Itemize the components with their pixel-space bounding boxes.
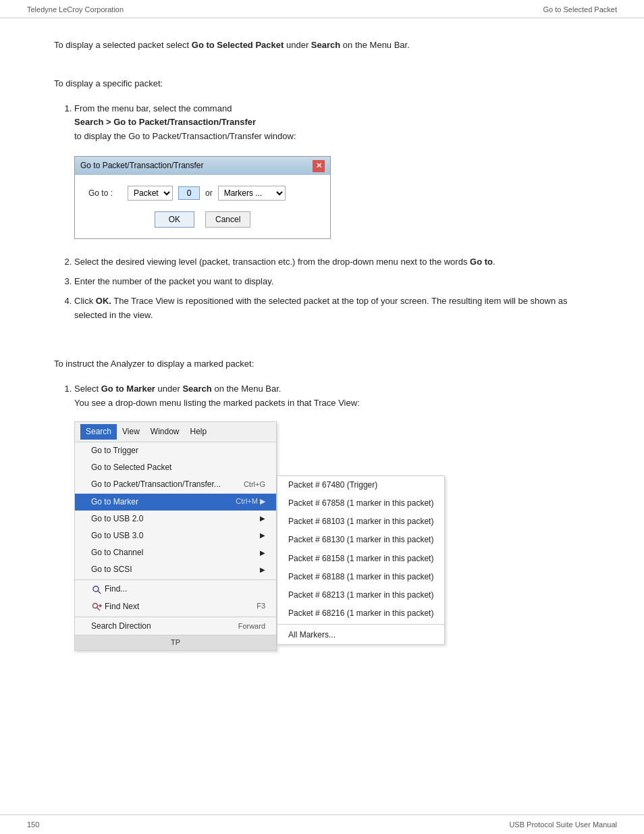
page-footer: 150 USB Protocol Suite User Manual (0, 814, 644, 834)
menu-bar: Search View Window Help (75, 422, 276, 442)
step-2: Select the desired viewing level (packet… (74, 255, 590, 269)
step2-text: Select the desired viewing level (packet… (74, 257, 470, 267)
step4-bold: OK. (96, 296, 111, 306)
dialog-buttons: OK Cancel (88, 211, 317, 228)
dialog-number-input[interactable] (178, 186, 200, 200)
menu-item-label: Go to Selected Packet (91, 461, 171, 474)
dialog-cancel-button[interactable]: Cancel (205, 211, 250, 228)
para1-bold2: Search (311, 40, 340, 50)
para1-bold1: Go to Selected Packet (192, 40, 284, 50)
dialog-box: Go to Packet/Transaction/Transfer ✕ Go t… (74, 156, 331, 239)
marker-step1-end: on the Menu Bar. (212, 384, 281, 394)
header-right: Go to Selected Packet (543, 5, 617, 14)
submenu-item-68130[interactable]: Packet # 68130 (1 marker in this packet) (277, 531, 444, 549)
para2: To display a specific packet: (54, 77, 590, 91)
menu-item-label: Go to Channel (91, 546, 143, 559)
menu-item-label: Search Direction (91, 620, 151, 633)
menu-bar-search[interactable]: Search (80, 424, 117, 440)
dialog-goto-row: Go to : Packet or Markers ... (88, 186, 317, 201)
marker-step1-start: Select (74, 384, 101, 394)
step1-text: From the menu bar, select the command (74, 103, 232, 113)
menu-item-go-to-packet-transfer[interactable]: Go to Packet/Transaction/Transfer... Ctr… (75, 476, 276, 493)
menu-item-go-to-channel[interactable]: Go to Channel ▶ (75, 544, 276, 561)
marker-step1-bold1: Go to Marker (101, 384, 155, 394)
step-3: Enter the number of the packet you want … (74, 275, 590, 289)
submenu-item-68213[interactable]: Packet # 68213 (1 marker in this packet) (277, 586, 444, 604)
step4-start: Click (74, 296, 96, 306)
submenu-item-all-markers[interactable]: All Markers... (277, 626, 444, 644)
dialog-markers-select[interactable]: Markers ... (218, 186, 286, 201)
arrow-icon: ▶ (260, 513, 265, 524)
page-content: To display a selected packet select Go t… (0, 18, 644, 705)
find-icon (91, 584, 102, 595)
step1-bold: Search > Go to Packet/Transaction/Transf… (74, 117, 256, 127)
svg-point-2 (93, 604, 98, 608)
menu-item-label: Go to Trigger (91, 444, 138, 457)
menu-item-label: Go to Marker (91, 496, 138, 509)
intro-paragraph: To display a selected packet select Go t… (54, 38, 590, 53)
arrow-icon: ▶ (260, 548, 265, 558)
page-header: Teledyne LeCroy Corporation Go to Select… (0, 0, 644, 18)
tp-bar: TP (75, 635, 276, 650)
submenu-item-68158[interactable]: Packet # 68158 (1 marker in this packet) (277, 550, 444, 568)
marker-step1-mid: under (155, 384, 182, 394)
menu-item-label: Go to SCSI (91, 563, 132, 576)
submenu-item-trigger[interactable]: Packet # 67480 (Trigger) (277, 476, 444, 494)
submenu-item-68188[interactable]: Packet # 68188 (1 marker in this packet) (277, 568, 444, 586)
dialog-close-button[interactable]: ✕ (313, 160, 325, 172)
dialog-body: Go to : Packet or Markers ... OK (75, 175, 330, 238)
dialog-title: Go to Packet/Transaction/Transfer (80, 159, 204, 172)
para1-end: on the Menu Bar. (340, 40, 410, 50)
footer-right: USB Protocol Suite User Manual (509, 820, 617, 829)
menu-item-go-to-usb2[interactable]: Go to USB 2.0 ▶ (75, 511, 276, 527)
para1-mid: under (284, 40, 311, 50)
menu-item-find-next[interactable]: Find Next F3 (75, 598, 276, 615)
steps-list: From the menu bar, select the command Se… (74, 102, 590, 323)
menu-bar-help[interactable]: Help (185, 424, 213, 440)
menu-bar-view[interactable]: View (117, 424, 145, 440)
svg-line-3 (97, 608, 100, 610)
footer-left: 150 (27, 820, 39, 829)
menu-item-label: Go to USB 3.0 (91, 529, 143, 542)
menu-item-search-direction[interactable]: Search Direction Forward (75, 617, 276, 635)
dialog-titlebar: Go to Packet/Transaction/Transfer ✕ (75, 157, 330, 175)
menu-item-go-to-selected-packet[interactable]: Go to Selected Packet (75, 459, 276, 476)
menu-item-go-to-marker[interactable]: Go to Marker Ctrl+M ▶ (75, 494, 276, 511)
submenu-item-68103[interactable]: Packet # 68103 (1 marker in this packet) (277, 513, 444, 531)
submenu-item-67858[interactable]: Packet # 67858 (1 marker in this packet) (277, 494, 444, 513)
menu-item-go-to-usb3[interactable]: Go to USB 3.0 ▶ (75, 527, 276, 544)
menu-item-find[interactable]: Find... (75, 579, 276, 598)
dialog-packet-select[interactable]: Packet (128, 186, 173, 201)
dialog-ok-button[interactable]: OK (155, 211, 194, 228)
svg-point-0 (93, 586, 99, 592)
arrow-icon: ▶ (260, 565, 265, 575)
step2-bold: Go to (470, 257, 493, 267)
step4-end: The Trace View is repositioned with the … (74, 296, 568, 320)
step-4: Click OK. The Trace View is repositioned… (74, 294, 590, 323)
menu-item-label: Go to USB 2.0 (91, 513, 143, 525)
menu-item-go-to-scsi[interactable]: Go to SCSI ▶ (75, 561, 276, 578)
arrow-icon: ▶ (260, 530, 265, 541)
dialog-goto-label: Go to : (88, 187, 122, 200)
para1-text: To display a selected packet select (54, 40, 192, 50)
menu-screenshot: Search View Window Help Go to Trigger Go… (74, 421, 590, 651)
marker-steps-list: Select Go to Marker under Search on the … (74, 382, 590, 650)
submenu-item-68216[interactable]: Packet # 68216 (1 marker in this packet) (277, 604, 444, 623)
svg-line-1 (98, 591, 101, 594)
step-1: From the menu bar, select the command Se… (74, 102, 590, 240)
marker-step-1: Select Go to Marker under Search on the … (74, 382, 590, 650)
dialog-screenshot: Go to Packet/Transaction/Transfer ✕ Go t… (74, 156, 590, 239)
marker-step1-desc: You see a drop-down menu listing the mar… (74, 398, 360, 408)
header-left: Teledyne LeCroy Corporation (27, 5, 124, 14)
menu-bar-window[interactable]: Window (145, 424, 185, 440)
submenu-separator (277, 624, 444, 625)
menu-item-go-to-trigger[interactable]: Go to Trigger (75, 442, 276, 459)
menu-item-label: Go to Packet/Transaction/Transfer... (91, 478, 221, 491)
para3: To instruct the Analyzer to display a ma… (54, 357, 590, 371)
step2-end: . (493, 257, 495, 267)
menu-box: Search View Window Help Go to Trigger Go… (74, 421, 277, 651)
submenu-box: Packet # 67480 (Trigger) Packet # 67858 … (277, 475, 445, 646)
find-next-icon (91, 601, 102, 612)
step1-end: to display the Go to Packet/Transaction/… (74, 131, 296, 141)
marker-step1-bold2: Search (182, 384, 211, 394)
